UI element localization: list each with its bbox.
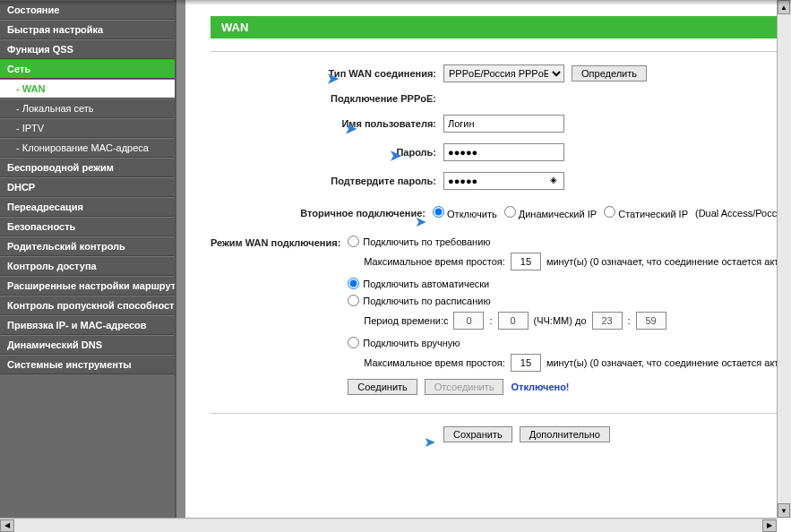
scroll-right-icon[interactable]: ▶ — [762, 519, 777, 532]
page-title: WAN — [211, 16, 782, 39]
save-button[interactable]: Сохранить — [443, 426, 512, 442]
divider-line — [211, 51, 782, 52]
main-v-scrollbar[interactable]: ▲ ▼ — [777, 0, 791, 518]
label-secondary: Вторичное подключение: — [211, 208, 433, 219]
row-username: ➤ Имя пользователя: — [211, 115, 791, 133]
main-panel: WAN ➤ Тип WAN соединения: PPPoE/Россия P… — [185, 0, 791, 532]
scroll-track[interactable] — [185, 519, 762, 532]
sidebar-item-6[interactable]: - IPTV — [0, 118, 175, 138]
sidebar-item-4[interactable]: - WAN — [0, 79, 175, 99]
sidebar-item-3[interactable]: Сеть — [0, 59, 175, 79]
detect-button[interactable]: Определить — [572, 65, 647, 82]
sidebar-item-13[interactable]: Контроль доступа — [0, 256, 175, 276]
app-window: СостояниеБыстрая настройкаФункция QSSСет… — [0, 0, 791, 532]
arrow-icon: ➤ — [327, 70, 339, 87]
row-password: ➤ Пароль: — [211, 143, 791, 161]
sidebar-item-17[interactable]: Динамический DNS — [0, 335, 175, 355]
mode-manual[interactable]: Подключить вручную — [348, 337, 791, 348]
row-secondary: Вторичное подключение: ➤ Отключить Динам… — [211, 206, 791, 219]
sidebar-item-12[interactable]: Родительский контроль — [0, 236, 175, 256]
row-pppoe-conn: Подключение PPPoE: — [211, 93, 791, 104]
disconnect-button[interactable]: Отсоединить — [425, 379, 504, 395]
divider-line-2 — [211, 413, 782, 414]
advanced-button[interactable]: Дополнительно — [520, 426, 610, 442]
wan-type-select[interactable]: PPPoE/Россия PPPoE — [443, 64, 564, 82]
sidebar-item-15[interactable]: Контроль пропускной способности — [0, 296, 175, 315]
idle2-input[interactable] — [511, 354, 541, 372]
sidebar-list: СостояниеБыстрая настройкаФункция QSSСет… — [0, 0, 175, 532]
p-h1[interactable] — [453, 312, 484, 330]
wan-mode-block: Подключить по требованию Максимальное вр… — [348, 236, 791, 402]
connect-line: Соединить Отсоединить Отключено! — [348, 379, 791, 395]
sidebar-item-2[interactable]: Функция QSS — [0, 39, 175, 59]
confirm-input[interactable] — [443, 172, 564, 190]
idle-line-2: Максимальное время простоя: минут(ы) (0 … — [348, 354, 791, 372]
row-footer: ➤ Сохранить Дополнительно — [211, 426, 791, 442]
mode-demand[interactable]: Подключить по требованию — [348, 236, 791, 247]
arrow-icon: ➤ — [424, 433, 435, 450]
arrow-icon: ➤ — [390, 147, 401, 164]
password-input[interactable] — [443, 143, 564, 161]
sidebar-item-14[interactable]: Расширенные настройки маршрутизации — [0, 276, 175, 296]
row-conn-type: ➤ Тип WAN соединения: PPPoE/Россия PPPoE… — [211, 64, 791, 82]
sidebar-item-18[interactable]: Системные инструменты — [0, 355, 175, 374]
sidebar-item-10[interactable]: Переадресация — [0, 197, 175, 217]
idle-line-1: Максимальное время простоя: минут(ы) (0 … — [348, 253, 791, 270]
username-input[interactable] — [443, 115, 564, 133]
top-shadow — [0, 0, 791, 5]
scroll-down-icon[interactable]: ▼ — [778, 503, 790, 518]
arrow-icon: ➤ — [345, 120, 357, 137]
content: WAN ➤ Тип WAN соединения: PPPoE/Россия P… — [185, 0, 791, 453]
sidebar-item-11[interactable]: Безопасность — [0, 217, 175, 236]
p-h2[interactable] — [592, 312, 623, 330]
mode-auto[interactable]: Подключить автоматически — [348, 278, 791, 289]
connect-button[interactable]: Соединить — [348, 379, 417, 395]
mode-sched[interactable]: Подключить по расписанию — [348, 295, 791, 306]
row-wan-mode: Режим WAN подключения: Подключить по тре… — [211, 236, 791, 402]
main-h-scrollbar[interactable]: ◀ ▶ — [185, 518, 777, 532]
row-confirm: Подтвердите пароль: ◈ — [211, 172, 791, 190]
sidebar-item-1[interactable]: Быстрая настройка — [0, 20, 175, 39]
eye-icon[interactable]: ◈ — [550, 175, 557, 184]
sidebar-item-9[interactable]: DHCP — [0, 177, 175, 197]
label-confirm: Подтвердите пароль: — [211, 176, 443, 186]
label-conn-type: ➤ Тип WAN соединения: — [211, 68, 443, 79]
sidebar-item-5[interactable]: - Локальная сеть — [0, 99, 175, 118]
period-line: Период времени:с : (ЧЧ:ММ) до : — [348, 312, 791, 330]
label-username: ➤ Имя пользователя: — [211, 118, 443, 129]
divider — [176, 0, 185, 532]
status-text: Отключено! — [511, 382, 569, 392]
label-wan-mode: Режим WAN подключения: — [211, 236, 348, 248]
label-password: ➤ Пароль: — [211, 147, 443, 158]
scroll-track-v[interactable] — [778, 14, 791, 503]
sec-dynamic[interactable]: Динамический IP — [504, 206, 597, 219]
sec-static[interactable]: Статический IP — [604, 206, 688, 219]
arrow-icon: ➤ — [415, 213, 426, 230]
sidebar-item-7[interactable]: - Клонирование MAC-адреса — [0, 138, 175, 158]
sec-disable[interactable]: Отключить — [433, 206, 497, 219]
label-pppoe: Подключение PPPoE: — [211, 93, 443, 104]
p-m2[interactable] — [636, 312, 666, 330]
sidebar-item-8[interactable]: Беспроводной режим — [0, 158, 175, 177]
sidebar: СостояниеБыстрая настройкаФункция QSSСет… — [0, 0, 176, 532]
p-m1[interactable] — [498, 312, 529, 330]
idle1-input[interactable] — [511, 253, 541, 270]
sidebar-item-16[interactable]: Привязка IP- и MAC-адресов — [0, 315, 175, 335]
